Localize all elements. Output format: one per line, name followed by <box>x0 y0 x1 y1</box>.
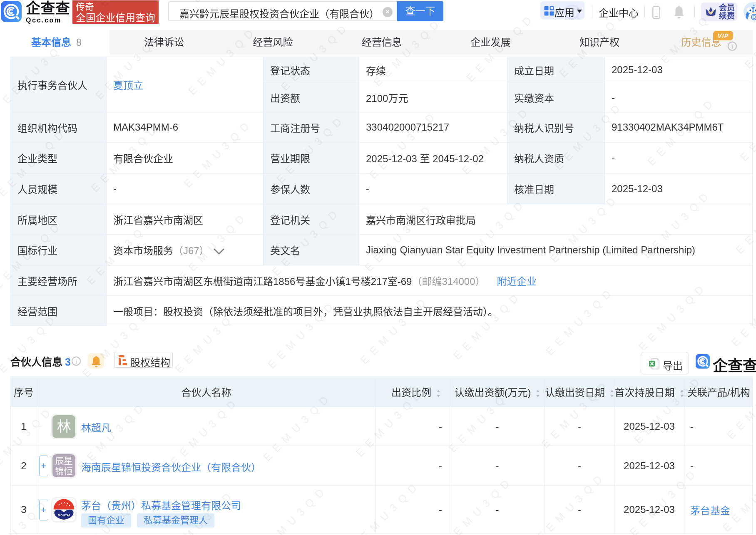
svg-text:MOUTAI: MOUTAI <box>58 514 70 517</box>
